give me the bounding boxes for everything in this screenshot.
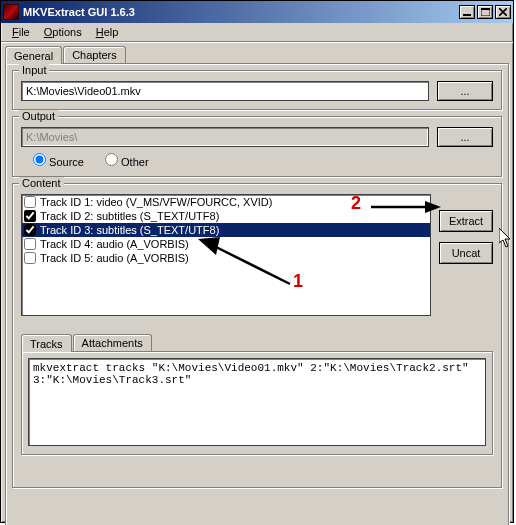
main-tabs: General Chapters [1,46,513,63]
uncat-button[interactable]: Uncat [439,242,493,264]
tab-chapters[interactable]: Chapters [63,46,126,63]
track-checkbox[interactable] [24,196,36,208]
track-checkbox[interactable] [24,224,36,236]
group-input: Input ... [12,70,502,110]
inner-panel-tracks: mkvextract tracks "K:\Movies\Video01.mkv… [21,351,493,455]
group-content: Content Track ID 1: video (V_MS/VFW/FOUR… [12,183,502,488]
track-label: Track ID 1: video (V_MS/VFW/FOURCC, XVID… [40,196,272,208]
titlebar: MKVExtract GUI 1.6.3 [1,1,513,23]
track-row[interactable]: Track ID 5: audio (A_VORBIS) [22,251,430,265]
output-browse-button[interactable]: ... [437,127,493,147]
group-input-title: Input [19,64,49,76]
radio-source[interactable]: Source [33,156,84,168]
output-path-field[interactable] [21,127,429,147]
menu-help[interactable]: Help [89,24,126,40]
menu-help-label: elp [104,26,119,38]
app-window: MKVExtract GUI 1.6.3 File Options Help G… [0,0,514,523]
menubar: File Options Help [1,23,513,42]
menu-options-label: ptions [52,26,81,38]
tab-general[interactable]: General [5,46,62,64]
track-list[interactable]: Track ID 1: video (V_MS/VFW/FOURCC, XVID… [21,194,431,316]
menu-options[interactable]: Options [37,24,89,40]
group-output-title: Output [19,110,58,122]
track-label: Track ID 4: audio (A_VORBIS) [40,238,189,250]
track-label: Track ID 3: subtitles (S_TEXT/UTF8) [40,224,219,236]
minimize-button[interactable] [459,5,475,19]
command-output[interactable]: mkvextract tracks "K:\Movies\Video01.mkv… [28,358,486,446]
track-checkbox[interactable] [24,210,36,222]
track-row[interactable]: Track ID 1: video (V_MS/VFW/FOURCC, XVID… [22,195,430,209]
maximize-button[interactable] [477,5,493,19]
track-checkbox[interactable] [24,252,36,264]
radio-other[interactable]: Other [105,156,149,168]
input-browse-button[interactable]: ... [437,81,493,101]
menu-file[interactable]: File [5,24,37,40]
minimize-icon [463,8,471,16]
inner-tab-attachments[interactable]: Attachments [73,334,152,351]
svg-rect-0 [463,14,471,16]
track-row[interactable]: Track ID 4: audio (A_VORBIS) [22,237,430,251]
inner-tabs: Tracks Attachments [21,334,493,351]
close-button[interactable] [495,5,511,19]
inner-tab-tracks[interactable]: Tracks [21,334,72,352]
menu-file-label: ile [19,26,30,38]
track-row[interactable]: Track ID 2: subtitles (S_TEXT/UTF8) [22,209,430,223]
track-label: Track ID 5: audio (A_VORBIS) [40,252,189,264]
tab-panel-general: Input ... Output ... Source Other [5,63,509,525]
extract-button[interactable]: Extract [439,210,493,232]
cursor-icon [499,228,513,248]
track-label: Track ID 2: subtitles (S_TEXT/UTF8) [40,210,219,222]
group-content-title: Content [19,177,64,189]
track-checkbox[interactable] [24,238,36,250]
app-icon [3,4,19,20]
maximize-icon [481,8,490,16]
input-path-field[interactable] [21,81,429,101]
track-row[interactable]: Track ID 3: subtitles (S_TEXT/UTF8) [22,223,430,237]
close-icon [499,8,507,16]
group-output: Output ... Source Other [12,116,502,177]
window-title: MKVExtract GUI 1.6.3 [23,6,459,18]
svg-rect-2 [481,8,490,10]
